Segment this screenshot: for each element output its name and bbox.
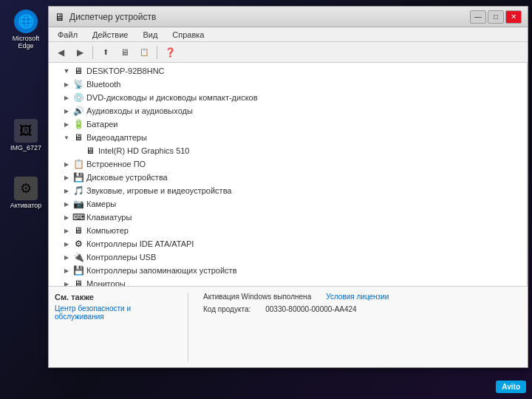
- tree-root[interactable]: ▼ 🖥 DESKTOP-92B8HNC: [49, 64, 527, 78]
- tree-item-monitors[interactable]: ▶🖥Мониторы: [49, 277, 527, 286]
- toolbar-sep-1: [92, 46, 93, 59]
- toolbar-btn-screen[interactable]: 🖥: [116, 44, 134, 61]
- icon-dvd: 💿: [72, 92, 84, 103]
- label-usb: Контроллеры USB: [86, 253, 156, 262]
- title-bar: 🖥 Диспетчер устройств — □ ✕: [49, 7, 528, 27]
- minimize-button[interactable]: —: [470, 10, 486, 24]
- tree-item-battery[interactable]: ▶🔋Батареи: [49, 117, 527, 131]
- expand-disk[interactable]: ▶: [61, 171, 72, 183]
- status-bar: См. также Центр безопасности и обслужива…: [49, 286, 528, 367]
- status-divider: [188, 293, 188, 361]
- tree-item-video[interactable]: ▼🖥Видеоадаптеры: [49, 131, 527, 144]
- label-computer: Компьютер: [86, 226, 129, 235]
- avito-badge: Avito: [496, 381, 526, 393]
- expand-battery[interactable]: ▶: [61, 118, 72, 130]
- activator-icon[interactable]: ⚙ Активатор: [8, 174, 44, 211]
- label-audio: Аудиовходы и аудиовыходы: [86, 106, 193, 115]
- expand-ide[interactable]: ▶: [61, 238, 72, 250]
- tree-item-ide[interactable]: ▶⚙Контроллеры IDE ATA/ATAPI: [49, 237, 527, 250]
- toolbar-btn-up[interactable]: ⬆: [97, 44, 115, 61]
- tree-item-intel_graphics[interactable]: 🖥Intel(R) HD Graphics 510: [49, 144, 527, 157]
- img-file-icon[interactable]: 🖼 IMG_6727: [8, 117, 44, 154]
- icon-storage_ctrl: 💾: [72, 265, 84, 276]
- expand-builtin[interactable]: ▶: [61, 158, 72, 170]
- tree-item-usb[interactable]: ▶🔌Контроллеры USB: [49, 250, 527, 264]
- icon-battery: 🔋: [72, 118, 84, 130]
- expand-computer[interactable]: ▶: [61, 225, 72, 236]
- expand-storage_ctrl[interactable]: ▶: [61, 265, 72, 276]
- expand-bluetooth[interactable]: ▶: [61, 78, 72, 90]
- tree-item-disk[interactable]: ▶💾Дисковые устройства: [49, 171, 527, 184]
- expand-dvd[interactable]: ▶: [61, 92, 72, 103]
- forward-button[interactable]: ▶: [71, 44, 89, 61]
- icon-bluetooth: 📡: [72, 78, 84, 90]
- label-camera: Камеры: [86, 200, 116, 208]
- label-sound: Звуковые, игровые и видеоустройства: [86, 186, 232, 195]
- expand-audio[interactable]: ▶: [61, 105, 72, 117]
- icon-ide: ⚙: [72, 238, 84, 250]
- icon-usb: 🔌: [72, 251, 84, 263]
- menu-bar: Файл Действие Вид Справка: [49, 27, 528, 42]
- security-center-link[interactable]: Центр безопасности и обслуживания: [55, 304, 173, 321]
- license-link[interactable]: Условия лицензии: [326, 293, 389, 301]
- close-button[interactable]: ✕: [505, 10, 522, 24]
- icon-monitors: 🖥: [72, 278, 84, 286]
- menu-view[interactable]: Вид: [137, 29, 163, 41]
- window-title: Диспетчер устройств: [69, 12, 156, 22]
- tree-item-audio[interactable]: ▶🔊Аудиовходы и аудиовыходы: [49, 104, 527, 117]
- window-icon: 🖥: [55, 11, 65, 23]
- label-ide: Контроллеры IDE ATA/ATAPI: [86, 239, 194, 248]
- tree-item-sound[interactable]: ▶🎵Звуковые, игровые и видеоустройства: [49, 184, 527, 197]
- content-area: ▼ 🖥 DESKTOP-92B8HNC ▶📡Bluetooth▶💿DVD-дис…: [49, 63, 528, 286]
- root-expand-icon[interactable]: ▼: [61, 65, 72, 77]
- menu-action[interactable]: Действие: [86, 29, 134, 41]
- tree-item-camera[interactable]: ▶📷Камеры: [49, 197, 527, 211]
- expand-intel_graphics: [72, 145, 84, 157]
- edge-label: Microsoft Edge: [6, 35, 46, 50]
- expand-video[interactable]: ▼: [61, 132, 72, 143]
- menu-file[interactable]: Файл: [52, 29, 83, 41]
- title-bar-left: 🖥 Диспетчер устройств: [55, 11, 156, 23]
- label-keyboard: Клавиатуры: [86, 213, 132, 222]
- label-builtin: Встроенное ПО: [86, 160, 146, 168]
- icon-keyboard: ⌨: [72, 211, 84, 223]
- activator-label: Активатор: [10, 202, 42, 209]
- img-label: IMG_6727: [10, 144, 41, 151]
- expand-camera[interactable]: ▶: [61, 198, 72, 210]
- device-tree[interactable]: ▼ 🖥 DESKTOP-92B8HNC ▶📡Bluetooth▶💿DVD-дис…: [49, 63, 528, 286]
- expand-monitors[interactable]: ▶: [61, 278, 72, 286]
- label-monitors: Мониторы: [86, 279, 126, 286]
- icon-intel_graphics: 🖥: [84, 145, 96, 157]
- icon-builtin: 📋: [72, 158, 84, 170]
- root-computer-icon: 🖥: [72, 65, 84, 77]
- tree-item-dvd[interactable]: ▶💿DVD-дисководы и дисководы компакт-диск…: [49, 91, 527, 104]
- product-code-label: Код продукта:: [203, 305, 250, 313]
- icon-disk: 💾: [72, 171, 84, 183]
- menu-help[interactable]: Справка: [166, 29, 210, 41]
- product-code-row: Код продукта: 00330-80000-00000-AA424: [203, 305, 522, 313]
- device-manager-window: 🖥 Диспетчер устройств — □ ✕ Файл Действи…: [48, 6, 528, 368]
- product-code-value: 00330-80000-00000-AA424: [265, 305, 356, 313]
- label-storage_ctrl: Контроллеры запоминающих устройств: [86, 266, 236, 275]
- toolbar-sep-2: [157, 46, 157, 59]
- tree-item-bluetooth[interactable]: ▶📡Bluetooth: [49, 78, 527, 91]
- edge-icon-desktop[interactable]: 🌐 Microsoft Edge: [4, 7, 48, 52]
- toolbar-btn-list[interactable]: 📋: [135, 44, 153, 61]
- back-button[interactable]: ◀: [52, 44, 69, 61]
- tree-item-computer[interactable]: ▶🖥Компьютер: [49, 224, 527, 237]
- tree-item-keyboard[interactable]: ▶⌨Клавиатуры: [49, 211, 527, 224]
- expand-usb[interactable]: ▶: [61, 251, 72, 263]
- label-bluetooth: Bluetooth: [86, 80, 120, 89]
- toolbar: ◀ ▶ ⬆ 🖥 📋 ❓: [49, 42, 528, 63]
- label-dvd: DVD-дисководы и дисководы компакт-дисков: [86, 93, 258, 102]
- tree-items: ▶📡Bluetooth▶💿DVD-дисководы и дисководы к…: [49, 78, 527, 286]
- title-bar-buttons: — □ ✕: [470, 10, 522, 24]
- toolbar-btn-help[interactable]: ❓: [161, 44, 179, 61]
- activation-text: Активация Windows выполнена: [203, 293, 311, 301]
- maximize-button[interactable]: □: [488, 10, 504, 24]
- expand-keyboard[interactable]: ▶: [61, 211, 72, 223]
- tree-item-storage_ctrl[interactable]: ▶💾Контроллеры запоминающих устройств: [49, 264, 527, 277]
- tree-item-builtin[interactable]: ▶📋Встроенное ПО: [49, 157, 527, 171]
- expand-sound[interactable]: ▶: [61, 185, 72, 197]
- icon-video: 🖥: [72, 132, 84, 143]
